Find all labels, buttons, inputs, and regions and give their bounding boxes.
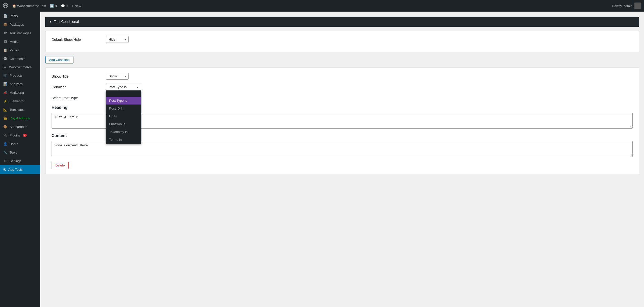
chevron-down-icon: ▼ [136,86,139,88]
condition-label: Condition [52,84,102,89]
dropdown-item-post-id-in[interactable]: Post ID In [106,105,141,112]
default-show-hide-select-wrapper: Hide Show ▼ [106,36,129,43]
dropdown-item-post-type-is[interactable]: Post Type Is [106,97,141,105]
woocommerce-icon: W [3,65,7,69]
templates-icon: 📐 [3,107,8,112]
section-arrow-icon: ▼ [49,20,52,23]
condition-card: Show/Hide Show Hide ▼ Condition Post Typ… [45,67,639,174]
products-icon: 🛒 [3,73,8,78]
sidebar-item-comments[interactable]: 💬 Comments [0,54,40,63]
dropdown-item-function-is[interactable]: Function Is [106,120,141,128]
sidebar-item-products[interactable]: 🛒 Products [0,71,40,80]
section-header: ▼ Test Conditional [45,17,639,27]
show-hide-label: Show/Hide [52,74,102,78]
sidebar-item-settings[interactable]: ⚙ Settings [0,157,40,165]
avatar [634,3,641,9]
pages-icon: 📋 [3,48,8,52]
sidebar-item-elementor[interactable]: ⚡ Elementor [0,97,40,105]
dropdown-item-terms-in[interactable]: Terms In [106,136,141,144]
default-show-hide-label: Default Show/Hide [52,38,102,42]
sidebar-item-posts[interactable]: 📄 Posts [0,12,40,20]
sidebar-item-media[interactable]: 🖼 Media [0,37,40,46]
admin-bar: W 🏠 Woocommerce Test 🔄 8 💬 0 + New Howdy… [0,0,644,12]
sidebar: 📄 Posts 📦 Packages 🗺 Tour Packages 🖼 Med… [0,12,40,307]
sidebar-item-analytics[interactable]: 📊 Analytics [0,80,40,88]
layout: 📄 Posts 📦 Packages 🗺 Tour Packages 🖼 Med… [0,12,644,307]
default-show-hide-select[interactable]: Hide Show [106,36,129,43]
appearance-icon: 🎨 [3,124,8,129]
users-icon: 👤 [3,142,8,146]
condition-select-value: Post Type Is [109,85,127,89]
condition-dropdown-wrapper: Post Type Is ▼ Post Type Is Post ID In U… [106,84,141,90]
sidebar-item-templates[interactable]: 📐 Templates [0,105,40,114]
tools-icon: 🔧 [3,150,8,155]
sidebar-item-tools[interactable]: 🔧 Tools [0,148,40,157]
sidebar-item-appearance[interactable]: 🎨 Appearance [0,122,40,131]
dropdown-item-url-is[interactable]: Url Is [106,112,141,120]
updates-item[interactable]: 🔄 8 [50,4,57,8]
main-content: ▼ Test Conditional Default Show/Hide Hid… [40,12,644,307]
resize-icon: ⤡ [630,126,632,128]
sidebar-item-woocommerce[interactable]: W WooCommerce [0,63,40,71]
show-hide-select-wrapper: Show Hide ▼ [106,73,129,80]
royal-addons-icon: 👑 [3,116,8,120]
section-title: Test Conditional [54,20,79,24]
adp-tools-icon: 🛠 [3,168,6,172]
sidebar-item-royal-addons[interactable]: 👑 Royal Addons [0,114,40,122]
posts-icon: 📄 [3,14,8,18]
tour-packages-icon: 🗺 [3,31,8,35]
comments-icon: 💬 [3,56,8,61]
delete-button[interactable]: Delete [52,162,69,169]
condition-select-trigger[interactable]: Post Type Is ▼ [106,84,141,90]
plugins-badge: 4 [23,134,27,137]
default-show-hide-row: Default Show/Hide Hide Show ▼ [52,36,633,43]
sidebar-item-tour-packages[interactable]: 🗺 Tour Packages [0,29,40,37]
new-item[interactable]: + New [72,4,81,8]
add-condition-button[interactable]: Add Condition [45,56,73,63]
dropdown-item-taxonomy-is[interactable]: Taxonomy Is [106,128,141,136]
elementor-icon: ⚡ [3,99,8,103]
sidebar-item-packages[interactable]: 📦 Packages [0,20,40,29]
select-post-type-label: Select Post Type [52,96,102,100]
settings-icon: ⚙ [3,159,8,163]
adp-tools-button[interactable]: 🛠 Adp Tools [0,165,40,174]
wp-logo-icon[interactable]: W [3,3,8,9]
howdy-menu[interactable]: Howdy, admin [612,3,641,9]
packages-icon: 📦 [3,22,8,27]
show-hide-row: Show/Hide Show Hide ▼ [52,73,633,80]
resize-icon: ⤡ [630,154,632,157]
sidebar-item-users[interactable]: 👤 Users [0,140,40,148]
condition-row: Condition Post Type Is ▼ Post Type Is Po… [52,84,633,90]
marketing-icon: 📣 [3,90,8,95]
plugins-icon: 🔌 [3,133,8,138]
dropdown-empty-space [106,91,141,97]
condition-dropdown-menu: Post Type Is Post ID In Url Is Function … [106,90,141,144]
svg-text:W: W [4,4,7,8]
sidebar-item-pages[interactable]: 📋 Pages [0,46,40,54]
sidebar-item-plugins[interactable]: 🔌 Plugins 4 [0,131,40,140]
media-icon: 🖼 [3,39,8,44]
default-show-hide-card: Default Show/Hide Hide Show ▼ [45,31,639,52]
analytics-icon: 📊 [3,82,8,86]
add-condition-container: Add Condition [45,56,639,63]
sidebar-item-marketing[interactable]: 📣 Marketing [0,88,40,97]
show-hide-select[interactable]: Show Hide [106,73,129,80]
site-name[interactable]: 🏠 Woocommerce Test [12,4,46,8]
comments-item[interactable]: 💬 0 [61,4,68,8]
